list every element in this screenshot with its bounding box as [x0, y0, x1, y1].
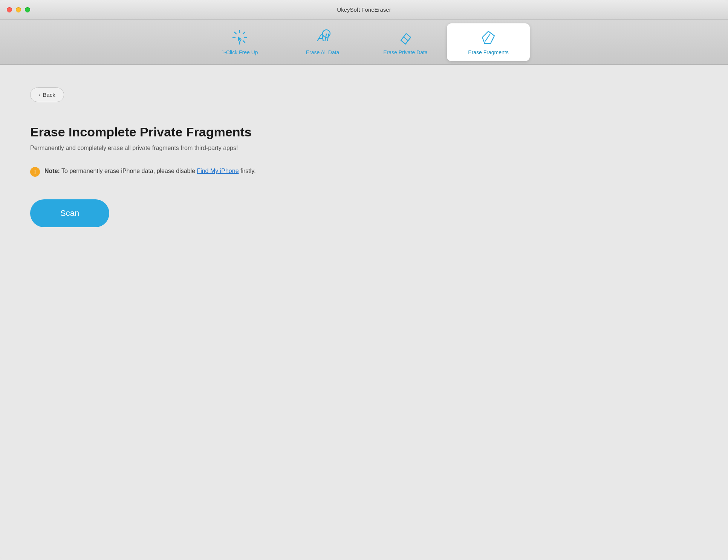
tab-one-click-free-up[interactable]: 1-Click Free Up: [198, 23, 281, 61]
page-heading: Erase Incomplete Private Fragments: [30, 125, 698, 139]
find-my-iphone-link[interactable]: Find My iPhone: [197, 168, 239, 174]
app-window: UkeySoft FoneEraser 1-Click Fre: [0, 0, 728, 560]
maximize-button[interactable]: [25, 7, 30, 12]
scan-button[interactable]: Scan: [30, 199, 109, 227]
tab-erase-all-data[interactable]: All Erase All Data: [281, 23, 364, 61]
svg-line-10: [404, 37, 408, 41]
close-button[interactable]: [7, 7, 12, 12]
svg-line-9: [401, 40, 405, 44]
svg-line-5: [243, 41, 245, 43]
tab-erase-all-data-label: Erase All Data: [306, 49, 340, 55]
note-suffix: firstly.: [239, 168, 256, 174]
minimize-button[interactable]: [16, 7, 21, 12]
back-button[interactable]: ‹ Back: [30, 87, 64, 102]
back-button-label: Back: [43, 92, 55, 98]
note-label: Note:: [44, 168, 60, 174]
tab-erase-fragments-label: Erase Fragments: [468, 49, 508, 55]
tab-erase-private-data[interactable]: Erase Private Data: [364, 23, 447, 61]
toolbar: 1-Click Free Up All Erase All Data: [0, 20, 728, 65]
tab-erase-private-data-label: Erase Private Data: [383, 49, 428, 55]
svg-line-6: [243, 32, 245, 34]
traffic-lights: [7, 7, 30, 12]
warning-icon: !: [30, 167, 40, 177]
note-text: Note: To permanently erase iPhone data, …: [44, 167, 256, 176]
window-title: UkeySoft FoneEraser: [337, 6, 391, 13]
erase-all-icon: All: [314, 29, 331, 46]
page-subheading: Permanently and completely erase all pri…: [30, 145, 698, 151]
warning-icon-inner: !: [34, 169, 36, 175]
note-body: To permanently erase iPhone data, please…: [60, 168, 197, 174]
main-content: ‹ Back Erase Incomplete Private Fragment…: [0, 65, 728, 560]
cursor-click-icon: [231, 29, 248, 46]
erase-fragments-icon: [480, 29, 497, 46]
svg-line-4: [234, 32, 236, 34]
tab-one-click-free-up-label: 1-Click Free Up: [221, 49, 258, 55]
erase-private-icon: [397, 29, 414, 46]
scan-button-label: Scan: [60, 208, 79, 218]
tab-erase-fragments[interactable]: Erase Fragments: [447, 23, 530, 61]
back-chevron-icon: ‹: [39, 92, 40, 98]
title-bar: UkeySoft FoneEraser: [0, 0, 728, 20]
note-row: ! Note: To permanently erase iPhone data…: [30, 167, 698, 177]
